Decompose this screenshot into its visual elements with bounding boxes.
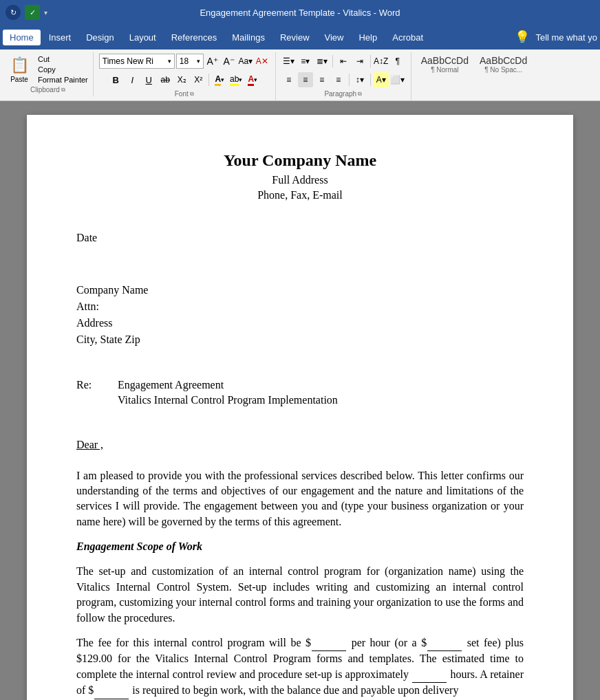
- hours-blank: [412, 667, 447, 683]
- doc-header: Your Company Name Full Address Phone, Fa…: [76, 149, 524, 203]
- tell-me-box[interactable]: Tell me what yo: [535, 32, 597, 43]
- paragraph-label: Paragraph: [324, 90, 356, 98]
- retainer-blank: [94, 683, 129, 699]
- menu-review[interactable]: Review: [273, 30, 317, 45]
- text-color-button[interactable]: A ▾: [245, 72, 260, 87]
- font-color-arrow: ▾: [221, 76, 224, 83]
- doc-recipient-address: Address: [76, 315, 524, 331]
- clear-format-button[interactable]: A✕: [255, 54, 270, 69]
- bold-button[interactable]: B: [108, 72, 123, 87]
- doc-salutation-text: Dear ,: [76, 439, 103, 450]
- window-title: Engagement Agreement Template - Vitalics…: [200, 8, 400, 18]
- doc-salutation: Dear ,: [76, 437, 524, 452]
- doc-re-line2: Vitalics Internal Control Program Implem…: [118, 393, 338, 408]
- menu-home[interactable]: Home: [3, 30, 41, 45]
- highlight-button[interactable]: ab ▾: [228, 72, 244, 87]
- doc-body: I am pleased to provide you with the pro…: [76, 468, 524, 699]
- document-container: Your Company Name Full Address Phone, Fa…: [0, 101, 600, 700]
- menu-acrobat[interactable]: Acrobat: [385, 30, 430, 45]
- multilevel-list-button[interactable]: ≣▾: [314, 54, 330, 69]
- decrease-indent-button[interactable]: ⇤: [336, 54, 351, 69]
- doc-scope-body: The set-up and customization of an inter…: [76, 564, 524, 626]
- menu-bar: Home Insert Design Layout References Mai…: [0, 25, 600, 50]
- cut-button[interactable]: Cut: [36, 54, 90, 64]
- font-name-selector[interactable]: Times New Ri ▾: [99, 54, 175, 69]
- doc-recipient-attn: Attn:: [76, 298, 524, 315]
- sort-button[interactable]: A↕Z: [374, 54, 389, 69]
- style-nospace-preview: AaBbCcDd: [480, 55, 527, 66]
- doc-date: Date: [76, 230, 524, 245]
- clipboard-label: Clipboard: [30, 86, 60, 94]
- increase-indent-button[interactable]: ⇥: [352, 54, 367, 69]
- doc-phone-fax-email: Phone, Fax, E-mail: [76, 188, 524, 203]
- menu-references[interactable]: References: [164, 30, 224, 45]
- italic-button[interactable]: I: [125, 72, 140, 87]
- grow-font-button[interactable]: A⁺: [205, 54, 220, 69]
- show-hide-button[interactable]: ¶: [390, 54, 405, 69]
- paste-icon: 📋: [8, 55, 30, 76]
- ribbon: 📋 Paste Cut Copy Format Painter Clipboar…: [0, 50, 600, 101]
- font-group: Times New Ri ▾ 18 ▾ A⁺ A⁻ Aa▾ A✕ B I U a…: [94, 52, 276, 100]
- quick-access-arrow[interactable]: ▾: [44, 9, 47, 17]
- style-nospace-label: ¶ No Spac...: [484, 66, 522, 74]
- menu-insert[interactable]: Insert: [42, 30, 78, 45]
- lightbulb-icon[interactable]: 💡: [515, 30, 530, 45]
- font-name-arrow: ▾: [168, 58, 171, 65]
- align-center-button[interactable]: ≡: [298, 72, 313, 87]
- menu-layout[interactable]: Layout: [122, 30, 163, 45]
- doc-re-label: Re:: [76, 378, 104, 408]
- borders-button[interactable]: ⬜▾: [390, 72, 405, 87]
- menu-help[interactable]: Help: [352, 30, 384, 45]
- paragraph-expander[interactable]: ⧉: [358, 91, 362, 98]
- align-left-button[interactable]: ≡: [281, 72, 297, 87]
- doc-re-section: Re: Engagement Agreement Vitalics Intern…: [76, 378, 524, 408]
- font-size-selector[interactable]: 18 ▾: [176, 54, 204, 69]
- doc-scope-title: Engagement Scope of Work: [76, 539, 524, 554]
- doc-date-text: Date: [76, 230, 524, 245]
- align-right-button[interactable]: ≡: [314, 72, 330, 87]
- styles-group: AaBbCcDd ¶ Normal AaBbCcDd ¶ No Spac...: [411, 52, 537, 78]
- underline-button[interactable]: U: [141, 72, 156, 87]
- doc-recipient-city: City, State Zip: [76, 331, 524, 348]
- numbered-list-button[interactable]: ≡▾: [298, 54, 313, 69]
- set-fee-blank: [427, 635, 462, 651]
- line-spacing-button[interactable]: ↕▾: [352, 72, 367, 87]
- style-normal-preview: AaBbCcDd: [421, 55, 469, 66]
- doc-company-name: Your Company Name: [76, 149, 524, 173]
- paragraph-group: ☰▾ ≡▾ ≣▾ ⇤ ⇥ A↕Z ¶ ≡ ≡ ≡ ≡ ↕▾ A▾ ⬜▾: [276, 52, 411, 100]
- paste-button[interactable]: 📋 Paste: [6, 54, 33, 85]
- paste-label: Paste: [10, 76, 28, 83]
- word-refresh-icon: ↻: [6, 5, 21, 20]
- font-label: Font: [175, 90, 189, 98]
- font-size-arrow: ▾: [197, 58, 200, 65]
- shading-button[interactable]: A▾: [374, 72, 389, 87]
- justify-button[interactable]: ≡: [331, 72, 346, 87]
- subscript-button[interactable]: X₂: [174, 72, 189, 87]
- fee-amount-blank: [312, 635, 346, 651]
- bullets-button[interactable]: ☰▾: [281, 54, 297, 69]
- case-button[interactable]: Aa▾: [238, 54, 253, 69]
- font-expander[interactable]: ⧉: [190, 91, 194, 98]
- shrink-font-button[interactable]: A⁻: [222, 54, 237, 69]
- clipboard-expander[interactable]: ⧉: [61, 87, 65, 94]
- doc-body-para1: I am pleased to provide you with the pro…: [76, 468, 524, 530]
- clipboard-group: 📋 Paste Cut Copy Format Painter Clipboar…: [3, 52, 94, 96]
- doc-recipient-company: Company Name: [76, 282, 524, 298]
- font-color-button[interactable]: A ▾: [212, 72, 227, 87]
- menu-view[interactable]: View: [318, 30, 351, 45]
- format-painter-button[interactable]: Format Painter: [36, 75, 90, 85]
- menu-design[interactable]: Design: [79, 30, 120, 45]
- title-bar: ↻ ✓ ▾ Engagement Agreement Template - Vi…: [0, 0, 600, 25]
- copy-button[interactable]: Copy: [36, 65, 90, 74]
- document-page[interactable]: Your Company Name Full Address Phone, Fa…: [27, 115, 573, 700]
- menu-mailings[interactable]: Mailings: [225, 30, 272, 45]
- doc-recipient: Company Name Attn: Address City, State Z…: [76, 282, 524, 348]
- strikethrough-button[interactable]: ab: [158, 72, 173, 87]
- word-spell-icon: ✓: [25, 5, 40, 20]
- style-normal[interactable]: AaBbCcDd ¶ Normal: [417, 54, 473, 75]
- doc-fee-para: The fee for this internal control progra…: [76, 635, 524, 699]
- superscript-button[interactable]: X²: [191, 72, 206, 87]
- style-normal-label: ¶ Normal: [431, 66, 458, 74]
- style-no-spacing[interactable]: AaBbCcDd ¶ No Spac...: [475, 54, 531, 75]
- doc-re-content: Engagement Agreement Vitalics Internal C…: [118, 378, 338, 408]
